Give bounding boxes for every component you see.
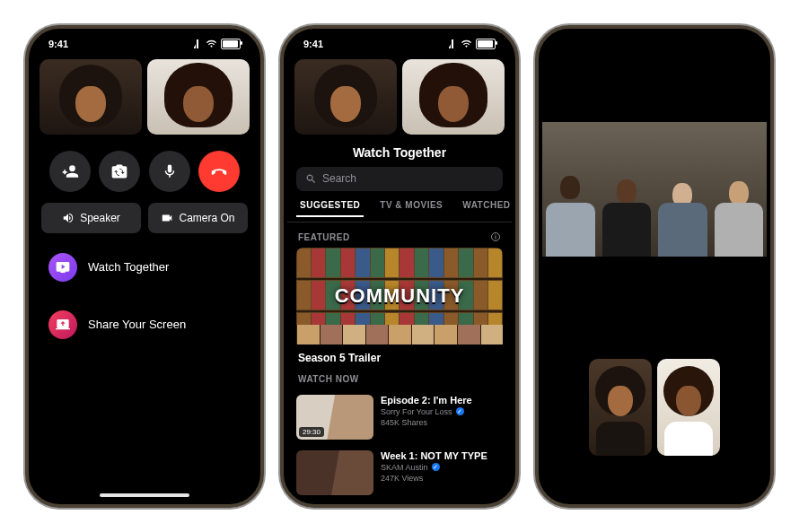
video-stats: 845K Shares	[381, 418, 427, 427]
verified-icon: ✓	[456, 407, 464, 415]
participant-thumbnails	[287, 59, 512, 135]
tab-suggested[interactable]: SUGGESTED	[296, 200, 364, 217]
wifi-icon	[206, 39, 217, 48]
video-stats: 247K Views	[381, 474, 423, 483]
playing-video[interactable]	[542, 122, 767, 257]
tab-watched[interactable]: WATCHED	[459, 200, 512, 216]
video-row[interactable]: 29:30 Episode 2: I'm Here Sorry For Your…	[287, 389, 512, 445]
featured-heading: FEATURED	[298, 232, 350, 242]
caller-2[interactable]	[657, 359, 720, 456]
home-indicator[interactable]	[100, 493, 189, 497]
wifi-icon	[461, 39, 472, 48]
participant-2[interactable]	[147, 59, 250, 135]
battery-icon	[476, 39, 496, 49]
share-screen-icon	[48, 310, 77, 339]
participant-1[interactable]	[294, 59, 397, 135]
search-input[interactable]: Search	[296, 167, 503, 191]
info-icon[interactable]	[490, 231, 501, 242]
hangup-icon	[209, 161, 229, 181]
video-title: Week 1: NOT MY TYPE	[381, 450, 503, 461]
notch	[92, 32, 197, 52]
phone-watch-together-browser: 9:41 Watch Together Search SU	[280, 25, 519, 508]
share-screen-option[interactable]: Share Your Screen	[32, 296, 257, 353]
featured-card[interactable]: COMMUNITY Season 5 Trailer Community ✓ ·…	[296, 248, 503, 364]
participant-thumbnails	[32, 59, 257, 135]
add-person-button[interactable]	[49, 151, 91, 192]
caller-thumbnails	[589, 359, 720, 456]
video-thumbnail: 29:30	[296, 395, 373, 440]
camera-button[interactable]: Camera On	[148, 203, 248, 233]
watch-together-option[interactable]: Watch Together	[32, 239, 257, 296]
flip-camera-button[interactable]	[99, 151, 140, 192]
tab-tv-movies[interactable]: TV & MOVIES	[376, 200, 446, 216]
participant-1[interactable]	[40, 59, 142, 135]
video-row[interactable]: Week 1: NOT MY TYPE SKAM Austin ✓ 247K V…	[287, 445, 512, 501]
poster-title: COMMUNITY	[296, 284, 503, 308]
category-tabs: SUGGESTED TV & MOVIES WATCHED U	[287, 200, 512, 222]
video-title: Episode 2: I'm Here	[381, 395, 503, 406]
video-thumbnail	[296, 450, 373, 495]
featured-title: Season 5 Trailer	[298, 352, 501, 364]
flip-camera-icon	[110, 162, 128, 180]
camera-label: Camera On	[179, 212, 234, 224]
watch-together-label: Watch Together	[88, 260, 169, 274]
speaker-icon	[62, 212, 75, 224]
status-time: 9:41	[48, 39, 68, 49]
add-person-icon	[61, 162, 79, 180]
video-source: Sorry For Your Loss	[381, 407, 452, 416]
phone-call-controls: 9:41	[25, 25, 264, 508]
microphone-icon	[162, 163, 178, 179]
video-person	[711, 167, 768, 257]
featured-poster: COMMUNITY	[296, 248, 503, 344]
video-person	[599, 167, 655, 257]
speaker-button[interactable]: Speaker	[41, 203, 141, 233]
mute-button[interactable]	[149, 151, 190, 192]
video-source: SKAM Austin	[381, 463, 428, 472]
notch	[347, 32, 452, 52]
caller-1[interactable]	[589, 359, 652, 456]
participant-2[interactable]	[402, 59, 505, 135]
share-screen-label: Share Your Screen	[88, 318, 186, 331]
video-duration: 29:30	[299, 427, 324, 437]
notch	[602, 32, 707, 52]
watch-together-icon	[48, 253, 77, 282]
search-placeholder: Search	[322, 172, 356, 185]
speaker-label: Speaker	[80, 212, 120, 224]
end-call-button[interactable]	[198, 151, 240, 192]
video-person	[654, 167, 711, 257]
watch-now-heading: WATCH NOW	[298, 374, 359, 384]
phone-watching-video	[535, 25, 774, 508]
battery-icon	[221, 39, 241, 49]
video-person	[542, 167, 599, 257]
panel-title: Watch Together	[287, 135, 512, 167]
camera-icon	[161, 212, 173, 224]
verified-icon: ✓	[432, 463, 440, 471]
status-time: 9:41	[303, 39, 323, 49]
search-icon	[305, 173, 317, 185]
